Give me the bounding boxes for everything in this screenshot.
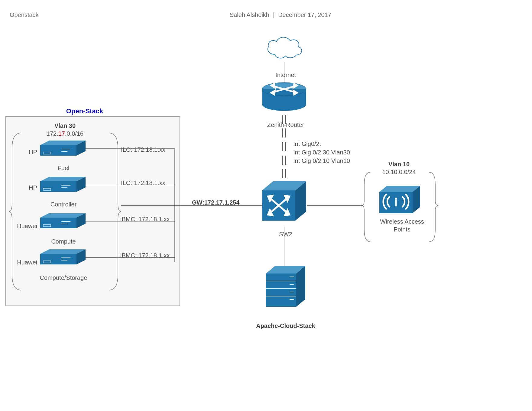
server-vendor-1: HP <box>15 184 37 192</box>
server-mgmt-0: ILO: 172.18.1.xx <box>121 146 178 154</box>
server-icons-layer <box>5 116 187 310</box>
server-vendor-2: Huawei <box>11 222 37 230</box>
diagram-page: Openstack Saleh Alsheikh | December 17, … <box>0 0 532 411</box>
header-author: Saleh Alsheikh <box>230 11 269 18</box>
server-name-3: Compute/Storage <box>33 274 94 282</box>
server-vendor-3: Huawei <box>11 258 37 266</box>
server-mgmt-1: ILO: 172.18.1.xx <box>121 179 178 187</box>
wlan-bracket-and-ap <box>361 169 440 245</box>
router-interfaces: Int Gig0/2: Int Gig 0/2.30 Vlan30 Int Gi… <box>293 140 372 165</box>
header-title: Openstack <box>10 11 39 18</box>
router-label: Zenith-Router <box>260 121 311 129</box>
server-name-1: Controller <box>39 200 88 208</box>
wireless-ap-icon <box>379 186 420 213</box>
wlan-ap-label: Wireless Access Points <box>376 218 428 233</box>
svg-point-62 <box>395 198 397 199</box>
server-name-0: Fuel <box>39 164 88 172</box>
switch-icon <box>262 181 306 221</box>
svg-rect-47 <box>266 273 296 307</box>
header-date: December 17, 2017 <box>278 11 331 18</box>
server-mgmt-2: iBMC: 172.18.1.xx <box>120 215 181 223</box>
server-vendor-0: HP <box>15 148 37 156</box>
server-mgmt-3: iBMC: 172.18.1.xx <box>120 251 181 259</box>
cloud-icon <box>268 37 302 58</box>
gateway-label: GW:172.17.1.254 <box>192 199 252 206</box>
svg-point-14 <box>262 98 306 111</box>
openstack-group-title: Open-Stack <box>54 107 115 116</box>
apache-label: Apache-Cloud-Stack <box>245 322 326 330</box>
switch-label: SW2 <box>269 230 302 238</box>
header-separator: | <box>269 11 278 18</box>
internet-label: Internet <box>263 71 308 79</box>
apache-server-icon <box>266 266 305 307</box>
server-name-2: Compute <box>39 238 88 245</box>
page-header: Openstack Saleh Alsheikh | December 17, … <box>10 11 522 23</box>
router-icon <box>262 83 306 111</box>
wlan-vlan-label: Vlan 10 <box>388 161 410 167</box>
